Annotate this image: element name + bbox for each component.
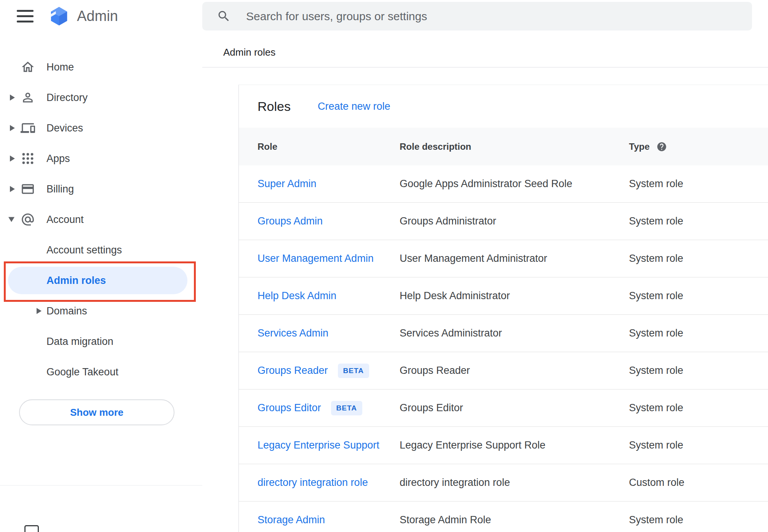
- role-type: System role: [629, 290, 768, 302]
- sidebar-item-label: Devices: [46, 122, 83, 134]
- sidebar-item-label: Domains: [46, 305, 87, 317]
- role-type: System role: [629, 253, 768, 264]
- role-type: System role: [629, 402, 768, 414]
- role-type: System role: [629, 365, 768, 377]
- table-row: Super Admin Google Apps Administrator Se…: [239, 165, 768, 203]
- sidebar-item-label: Data migration: [46, 336, 114, 348]
- beta-badge: BETA: [338, 364, 369, 378]
- role-description: directory integration role: [400, 477, 629, 489]
- role-type: Custom role: [629, 477, 768, 489]
- app-title: Admin: [77, 8, 118, 24]
- role-link[interactable]: Groups Admin: [258, 215, 323, 227]
- role-description: Groups Administrator: [400, 215, 629, 227]
- role-link[interactable]: User Management Admin: [258, 253, 374, 264]
- table-row: Services Admin Services Administrator Sy…: [239, 315, 768, 352]
- sidebar-header: Admin: [0, 0, 202, 32]
- role-link[interactable]: Help Desk Admin: [258, 290, 336, 302]
- sidebar-item-label: Account: [46, 214, 84, 226]
- sidebar-item-label: Google Takeout: [46, 366, 118, 378]
- role-description: Services Administrator: [400, 327, 629, 339]
- main-content: Admin roles Roles Create new role Role R…: [202, 32, 768, 532]
- sidebar-item-billing[interactable]: Billing: [0, 174, 202, 204]
- sidebar-item-label: Apps: [46, 153, 70, 165]
- role-description: User Management Administrator: [400, 253, 629, 264]
- sidebar-item-account-settings[interactable]: Account settings: [0, 235, 202, 265]
- sidebar-item-label: Directory: [46, 92, 88, 104]
- table-row: Storage Admin Storage Admin Role System …: [239, 502, 768, 532]
- credit-card-icon: [21, 182, 35, 196]
- role-link[interactable]: Services Admin: [258, 327, 328, 339]
- table-row: User Management Admin User Management Ad…: [239, 240, 768, 277]
- roles-card: Roles Create new role Role Role descript…: [238, 85, 768, 532]
- home-icon: [21, 60, 35, 74]
- search-input[interactable]: [246, 10, 752, 23]
- at-sign-icon: [21, 212, 35, 227]
- role-link[interactable]: Groups Editor: [258, 402, 321, 414]
- sidebar-item-label: Admin roles: [46, 275, 106, 287]
- role-type: System role: [629, 215, 768, 227]
- table-row: Help Desk Admin Help Desk Administrator …: [239, 277, 768, 315]
- table-row: Groups Editor BETA Groups Editor System …: [239, 389, 768, 427]
- sidebar-item-apps[interactable]: Apps: [0, 143, 202, 174]
- role-link[interactable]: directory integration role: [258, 477, 368, 489]
- sidebar-item-domains[interactable]: Domains: [0, 296, 202, 326]
- column-header-type-label: Type: [629, 141, 650, 152]
- table-row: Legacy Enterprise Support Legacy Enterpr…: [239, 427, 768, 464]
- sidebar-item-label: Billing: [46, 183, 74, 195]
- admin-logo[interactable]: Admin: [49, 6, 118, 27]
- show-more-button[interactable]: Show more: [19, 399, 174, 425]
- role-type: System role: [629, 514, 768, 526]
- table-header-row: Role Role description Type: [239, 128, 768, 165]
- role-link[interactable]: Groups Reader: [258, 365, 328, 377]
- sidebar-item-label: Home: [46, 61, 74, 73]
- help-icon[interactable]: [656, 141, 667, 152]
- column-header-role: Role: [239, 141, 400, 152]
- expand-arrow-icon[interactable]: [10, 186, 15, 192]
- role-link[interactable]: Super Admin: [258, 178, 317, 190]
- roles-card-header: Roles Create new role: [239, 85, 768, 128]
- expand-arrow-icon[interactable]: [37, 308, 42, 314]
- create-new-role-link[interactable]: Create new role: [318, 101, 390, 112]
- sidebar-item-label: Account settings: [46, 244, 122, 256]
- sidebar-item-admin-roles[interactable]: Admin roles: [0, 265, 202, 296]
- sidebar-item-directory[interactable]: Directory: [0, 82, 202, 113]
- apps-grid-icon: [21, 151, 35, 166]
- column-header-type: Type: [629, 141, 768, 152]
- role-type: System role: [629, 439, 768, 451]
- table-row: Groups Reader BETA Groups Reader System …: [239, 352, 768, 389]
- clipped-bottom-icon[interactable]: [24, 525, 39, 532]
- person-icon: [21, 90, 35, 105]
- sidebar: Admin Home Directory Devices: [0, 0, 202, 532]
- role-type: System role: [629, 327, 768, 339]
- role-link[interactable]: Storage Admin: [258, 514, 325, 526]
- sidebar-item-devices[interactable]: Devices: [0, 113, 202, 143]
- breadcrumb: Admin roles: [223, 46, 275, 58]
- admin-hexagon-icon: [49, 6, 69, 27]
- search-icon: [217, 9, 231, 23]
- expand-arrow-icon[interactable]: [10, 95, 15, 101]
- role-description: Help Desk Administrator: [400, 290, 629, 302]
- sidebar-item-google-takeout[interactable]: Google Takeout: [0, 357, 202, 387]
- search-box[interactable]: [202, 2, 752, 30]
- sidebar-divider: [0, 485, 202, 486]
- expand-arrow-icon[interactable]: [10, 155, 15, 162]
- column-header-description: Role description: [400, 141, 629, 152]
- content-divider: [202, 67, 768, 67]
- devices-icon: [21, 121, 35, 135]
- sidebar-item-data-migration[interactable]: Data migration: [0, 326, 202, 357]
- role-link[interactable]: Legacy Enterprise Support: [258, 439, 379, 451]
- menu-hamburger-icon[interactable]: [17, 8, 34, 24]
- topbar: [202, 0, 768, 32]
- sidebar-nav: Home Directory Devices: [0, 32, 202, 387]
- beta-badge: BETA: [331, 401, 362, 415]
- roles-heading: Roles: [258, 99, 291, 114]
- role-type: System role: [629, 178, 768, 190]
- collapse-arrow-icon[interactable]: [8, 217, 14, 222]
- role-description: Groups Editor: [400, 402, 629, 414]
- sidebar-item-home[interactable]: Home: [0, 52, 202, 82]
- sidebar-item-account[interactable]: Account: [0, 204, 202, 235]
- table-row: Groups Admin Groups Administrator System…: [239, 203, 768, 240]
- role-description: Google Apps Administrator Seed Role: [400, 178, 629, 190]
- expand-arrow-icon[interactable]: [10, 125, 15, 131]
- role-description: Storage Admin Role: [400, 514, 629, 526]
